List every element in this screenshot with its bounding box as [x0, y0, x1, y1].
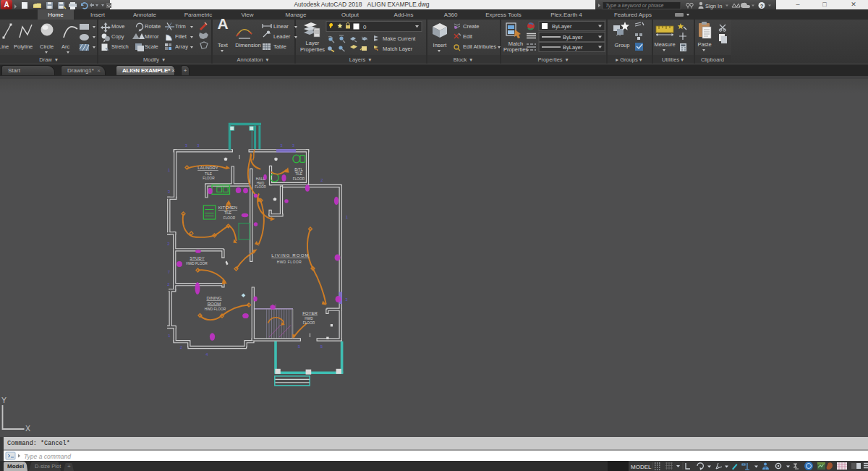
svg-text:?: ?: [760, 3, 764, 9]
svg-text:ByLayer: ByLayer: [552, 23, 572, 30]
svg-text:Sign In: Sign In: [705, 3, 722, 9]
svg-text:+: +: [67, 463, 71, 470]
svg-text:ByLayer: ByLayer: [563, 44, 583, 51]
svg-text:ByLayer: ByLayer: [563, 34, 583, 41]
svg-text:Type a keyword or phrase: Type a keyword or phrase: [605, 3, 664, 9]
svg-text:0: 0: [363, 24, 367, 30]
svg-text:MODEL: MODEL: [631, 464, 652, 470]
svg-text:Model: Model: [7, 463, 24, 470]
svg-text:Type a command: Type a command: [24, 453, 71, 460]
svg-text:D-size Plot: D-size Plot: [35, 463, 61, 470]
